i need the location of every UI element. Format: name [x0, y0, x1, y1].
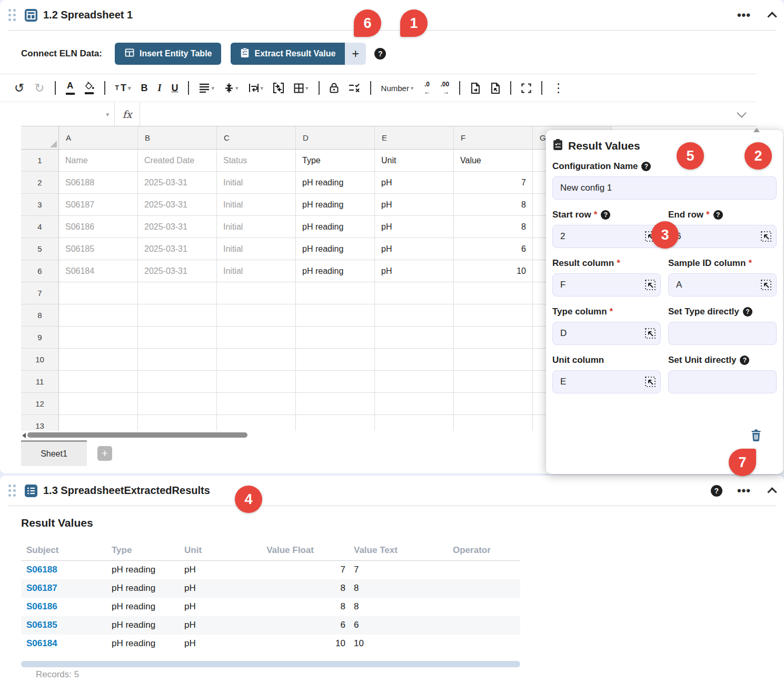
- grid-cell[interactable]: [138, 393, 217, 415]
- grid-cell[interactable]: [217, 371, 296, 393]
- data-validation-icon[interactable]: [349, 83, 360, 93]
- col-unit[interactable]: Unit: [179, 542, 226, 561]
- grid-cell[interactable]: pH reading: [296, 172, 375, 194]
- borders-icon[interactable]: ▾: [294, 83, 309, 93]
- grid-cell[interactable]: pH: [375, 172, 454, 194]
- grid-cell[interactable]: [138, 282, 217, 304]
- grid-cell[interactable]: [138, 349, 217, 371]
- horizontal-scrollbar[interactable]: [21, 661, 520, 667]
- redo-icon[interactable]: ↻: [34, 82, 44, 94]
- grid-cell[interactable]: [296, 415, 375, 431]
- help-icon[interactable]: ?: [711, 485, 722, 497]
- grid-cell[interactable]: Initial: [217, 260, 296, 282]
- grid-cell[interactable]: Initial: [217, 172, 296, 194]
- grid-cell[interactable]: Initial: [217, 238, 296, 260]
- scrollbar-thumb[interactable]: [27, 432, 247, 438]
- scroll-up-icon[interactable]: [753, 128, 760, 132]
- row-header[interactable]: 7: [21, 282, 59, 304]
- insert-entity-table-button[interactable]: Insert Entity Table: [115, 43, 222, 65]
- grid-cell[interactable]: [59, 349, 138, 371]
- grid-cell[interactable]: S06187: [59, 194, 138, 216]
- drag-handle-icon[interactable]: [8, 9, 16, 21]
- lock-icon[interactable]: [330, 83, 339, 93]
- more-menu-icon[interactable]: •••: [737, 8, 751, 22]
- grid-cell[interactable]: [217, 349, 296, 371]
- col-type[interactable]: Type: [106, 542, 179, 561]
- subject-link[interactable]: S06188: [21, 561, 106, 579]
- row-header[interactable]: 6: [21, 260, 59, 282]
- grid-cell[interactable]: Type: [296, 150, 375, 172]
- grid-cell[interactable]: 8: [454, 216, 533, 238]
- formula-input[interactable]: [140, 102, 757, 126]
- toolbar-more-icon[interactable]: ⋮: [552, 82, 564, 94]
- fill-color-icon[interactable]: [85, 82, 94, 94]
- grid-cell[interactable]: [454, 304, 533, 327]
- grid-cell[interactable]: [375, 415, 454, 431]
- grid-cell[interactable]: [296, 282, 375, 304]
- undo-icon[interactable]: ↺: [14, 82, 24, 94]
- help-icon[interactable]: ?: [740, 355, 749, 365]
- grid-cell[interactable]: [296, 327, 375, 349]
- grid-cell[interactable]: pH: [375, 260, 454, 282]
- grid-cell[interactable]: [217, 282, 296, 304]
- grid-cell[interactable]: [375, 393, 454, 415]
- help-icon[interactable]: ?: [743, 307, 752, 317]
- cell-picker-icon[interactable]: [644, 279, 656, 291]
- grid-cell[interactable]: 2025-03-31: [138, 238, 217, 260]
- grid-cell[interactable]: 7: [454, 172, 533, 194]
- config-name-input[interactable]: [552, 176, 777, 200]
- col-subject[interactable]: Subject: [21, 542, 106, 561]
- col-value-text[interactable]: Value Text: [349, 542, 448, 561]
- row-header[interactable]: 1: [21, 150, 59, 172]
- grid-cell[interactable]: [59, 282, 138, 304]
- grid-cell[interactable]: Unit: [375, 150, 454, 172]
- cell-name-box[interactable]: ▾: [21, 102, 115, 126]
- row-header[interactable]: 13: [21, 415, 59, 431]
- grid-cell[interactable]: pH reading: [296, 216, 375, 238]
- grid-cell[interactable]: Name: [59, 150, 138, 172]
- grid-cell[interactable]: [375, 327, 454, 349]
- increase-decimal-icon[interactable]: .00→: [440, 82, 449, 95]
- grid-cell[interactable]: [138, 304, 217, 327]
- set-unit-directly-input[interactable]: [668, 370, 777, 393]
- column-header-d[interactable]: D: [296, 126, 375, 150]
- row-header[interactable]: 12: [21, 393, 59, 415]
- grid-cell[interactable]: [59, 371, 138, 393]
- grid-cell[interactable]: 2025-03-31: [138, 216, 217, 238]
- bold-icon[interactable]: B: [141, 83, 147, 94]
- column-header-b[interactable]: B: [138, 126, 217, 150]
- column-header-e[interactable]: E: [375, 126, 454, 150]
- export-file-icon[interactable]: [490, 83, 500, 94]
- column-header-c[interactable]: C: [217, 126, 296, 150]
- row-header[interactable]: 10: [21, 349, 59, 371]
- grid-cell[interactable]: [454, 415, 533, 431]
- vertical-align-icon[interactable]: ▾: [224, 83, 239, 93]
- grid-cell[interactable]: pH reading: [296, 238, 375, 260]
- drag-handle-icon[interactable]: [8, 485, 16, 497]
- font-color-icon[interactable]: A: [66, 81, 75, 95]
- chevron-down-icon[interactable]: ▾: [106, 111, 109, 118]
- sheet-tab[interactable]: Sheet1: [21, 440, 87, 466]
- cell-picker-icon[interactable]: [760, 231, 772, 242]
- delete-config-button[interactable]: [750, 429, 762, 443]
- grid-cell[interactable]: [59, 415, 138, 431]
- grid-cell[interactable]: [296, 304, 375, 327]
- grid-cell[interactable]: 8: [454, 194, 533, 216]
- grid-cell[interactable]: 2025-03-31: [138, 194, 217, 216]
- grid-cell[interactable]: [217, 327, 296, 349]
- grid-cell[interactable]: [375, 349, 454, 371]
- grid-cell[interactable]: 10: [454, 260, 533, 282]
- grid-cell[interactable]: [138, 327, 217, 349]
- grid-cell[interactable]: Initial: [217, 194, 296, 216]
- grid-cell[interactable]: [454, 327, 533, 349]
- subject-link[interactable]: S06184: [21, 635, 106, 653]
- grid-cell[interactable]: pH reading: [296, 260, 375, 282]
- collapse-icon[interactable]: [767, 487, 777, 497]
- grid-cell[interactable]: [296, 349, 375, 371]
- extract-result-value-button[interactable]: Extract Result Value: [231, 43, 345, 65]
- grid-cell[interactable]: [138, 371, 217, 393]
- grid-cell[interactable]: [59, 304, 138, 327]
- row-header[interactable]: 9: [21, 327, 59, 349]
- set-type-directly-input[interactable]: [668, 322, 777, 345]
- cell-picker-icon[interactable]: [644, 328, 656, 339]
